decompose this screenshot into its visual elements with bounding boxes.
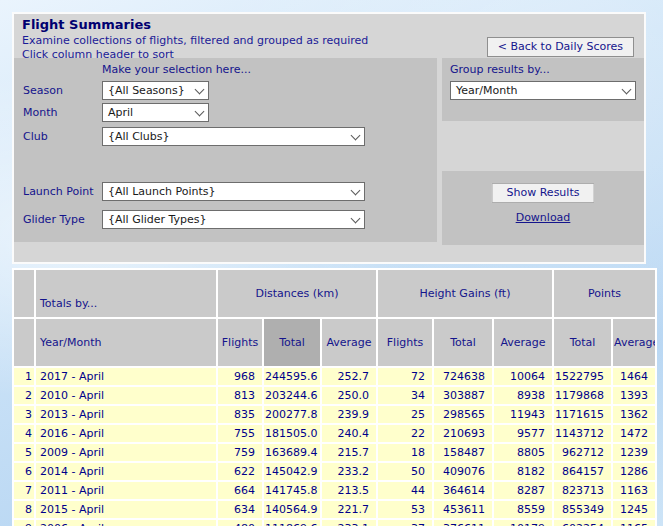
cell: 1143712	[554, 425, 611, 442]
cell: 1362	[613, 406, 655, 423]
chevron-down-icon	[351, 213, 361, 223]
glider-type-select-value: {All Glider Types}	[108, 213, 207, 226]
cell: 233.2	[322, 463, 376, 480]
cell: 240.4	[322, 425, 376, 442]
table-row: 32013 - April835200277.8239.925298565119…	[14, 406, 655, 423]
results-table: Totals by...Distances (km)Height Gains (…	[12, 268, 657, 526]
download-link[interactable]: Download	[516, 211, 571, 224]
group-header	[14, 270, 34, 317]
cell: 181505.0	[264, 425, 320, 442]
cell: 213.5	[322, 482, 376, 499]
group-panel: Group results by... Year/Month	[442, 58, 644, 121]
chevron-down-icon	[622, 84, 632, 94]
table-row: 92006 - April480111869.6233.137376611101…	[14, 520, 655, 526]
cell: 5	[14, 444, 34, 461]
cell: 2006 - April	[36, 520, 216, 526]
cell: 72	[378, 368, 432, 385]
cell: 215.7	[322, 444, 376, 461]
table-row: 22010 - April813203244.6250.034303887893…	[14, 387, 655, 404]
group-header: Points	[554, 270, 655, 317]
actions-panel: Show Results Download	[442, 171, 644, 245]
cell: 8182	[494, 463, 552, 480]
cell: 303887	[434, 387, 492, 404]
cell: 8287	[494, 482, 552, 499]
cell: 44	[378, 482, 432, 499]
cell: 2	[14, 387, 34, 404]
cell: 2010 - April	[36, 387, 216, 404]
cell: 163689.4	[264, 444, 320, 461]
launch-point-select[interactable]: {All Launch Points}	[102, 182, 365, 201]
cell: 835	[218, 406, 262, 423]
cell: 968	[218, 368, 262, 385]
cell: 141745.8	[264, 482, 320, 499]
table-row: 42016 - April755181505.0240.422210693957…	[14, 425, 655, 442]
cell: 1464	[613, 368, 655, 385]
column-header[interactable]: Total	[434, 319, 492, 366]
cell: 8	[14, 501, 34, 518]
cell: 755	[218, 425, 262, 442]
cell: 1179868	[554, 387, 611, 404]
column-header[interactable]: Average	[494, 319, 552, 366]
cell: 233.1	[322, 520, 376, 526]
group-header: Distances (km)	[218, 270, 376, 317]
back-to-daily-scores-button[interactable]: < Back to Daily Scores	[487, 37, 634, 57]
cell: 239.9	[322, 406, 376, 423]
cell: 8938	[494, 387, 552, 404]
cell: 7	[14, 482, 34, 499]
column-header[interactable]: Total	[264, 319, 320, 366]
cell: 6	[14, 463, 34, 480]
table-row: 72011 - April664141745.8213.544364614828…	[14, 482, 655, 499]
cell: 11943	[494, 406, 552, 423]
cell: 200277.8	[264, 406, 320, 423]
show-results-button[interactable]: Show Results	[492, 183, 595, 203]
cell: 53	[378, 501, 432, 518]
cell: 37	[378, 520, 432, 526]
column-header[interactable]: Total	[554, 319, 611, 366]
cell: 622	[218, 463, 262, 480]
cell: 210693	[434, 425, 492, 442]
cell: 2011 - April	[36, 482, 216, 499]
cell: 244595.6	[264, 368, 320, 385]
cell: 2016 - April	[36, 425, 216, 442]
club-label: Club	[23, 130, 48, 143]
cell: 2013 - April	[36, 406, 216, 423]
column-header[interactable]: Average	[322, 319, 376, 366]
summary-panel: Flight Summaries Examine collections of …	[12, 12, 646, 264]
cell: 1522795	[554, 368, 611, 385]
selection-heading: Make your selection here...	[102, 63, 251, 76]
cell: 2009 - April	[36, 444, 216, 461]
month-label: Month	[23, 106, 57, 119]
cell: 453611	[434, 501, 492, 518]
cell: 409076	[434, 463, 492, 480]
launch-point-select-value: {All Launch Points}	[108, 185, 216, 198]
cell: 34	[378, 387, 432, 404]
cell: 158487	[434, 444, 492, 461]
table-row: 12017 - April968244595.6252.772724638100…	[14, 368, 655, 385]
cell: 1165	[613, 520, 655, 526]
column-header[interactable]: Flights	[378, 319, 432, 366]
table-row: 62014 - April622145042.9233.250409076818…	[14, 463, 655, 480]
column-header[interactable]: Year/Month	[36, 319, 216, 366]
cell: 140564.9	[264, 501, 320, 518]
month-select-value: April	[108, 106, 133, 119]
column-header[interactable]: Average	[613, 319, 655, 366]
glider-type-select[interactable]: {All Glider Types}	[102, 210, 365, 229]
cell: 1163	[613, 482, 655, 499]
column-header[interactable]: Flights	[218, 319, 262, 366]
cell: 18	[378, 444, 432, 461]
chevron-down-icon	[351, 130, 361, 140]
club-select[interactable]: {All Clubs}	[102, 127, 365, 146]
cell: 602254	[554, 520, 611, 526]
cell: 4	[14, 425, 34, 442]
group-heading: Group results by...	[450, 63, 550, 76]
glider-type-label: Glider Type	[23, 213, 85, 226]
cell: 813	[218, 387, 262, 404]
season-select-value: {All Seasons}	[108, 84, 185, 97]
group-by-select[interactable]: Year/Month	[450, 81, 636, 100]
season-select[interactable]: {All Seasons}	[102, 81, 209, 100]
cell: 25	[378, 406, 432, 423]
cell: 50	[378, 463, 432, 480]
month-select[interactable]: April	[102, 103, 209, 122]
cell: 203244.6	[264, 387, 320, 404]
table-row: 52009 - April759163689.4215.718158487880…	[14, 444, 655, 461]
